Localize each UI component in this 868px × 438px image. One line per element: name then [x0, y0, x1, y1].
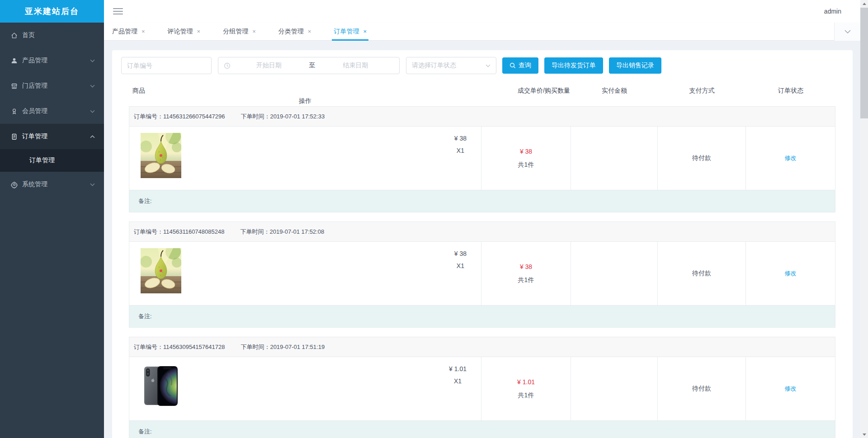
column-header-unit-price-qty: 成交单价/购买数量: [481, 87, 571, 95]
chevron-down-icon: [90, 109, 95, 114]
tab-item[interactable]: 分组管理 ×: [223, 23, 256, 41]
order-number: 订单编号：1145631266075447296: [134, 113, 225, 121]
sidebar-item-system[interactable]: 系统管理: [0, 172, 104, 197]
hamburger-icon[interactable]: [113, 7, 123, 15]
paid-amount-cell: ¥ 38 共1件: [481, 127, 571, 190]
tab-label: 订单管理: [334, 28, 359, 36]
unit-price-quantity: ¥ 38 X1: [454, 248, 467, 305]
sidebar-item-label: 订单管理: [22, 132, 90, 141]
piece-count: 共1件: [518, 161, 534, 169]
quantity: X1: [449, 377, 467, 385]
payment-method-cell: [571, 127, 658, 190]
tab-item[interactable]: 分类管理 ×: [278, 23, 311, 41]
content-area: 开始日期 至 结束日期 请选择订单状态 查询 导出待发货订单 导出销售记录: [104, 41, 860, 438]
product-cell: ¥ 1.01 X1: [129, 357, 481, 420]
order-number: 订单编号：1145630954157641728: [134, 343, 225, 351]
date-separator: 至: [307, 61, 317, 70]
product-cell: ¥ 38 X1: [129, 242, 481, 305]
order-group-header: 订单编号：1145630954157641728 下单时间：2019-07-01…: [129, 337, 835, 357]
order-status-select[interactable]: 请选择订单状态: [406, 57, 496, 74]
tab-close-icon[interactable]: ×: [363, 28, 367, 34]
paid-amount: ¥ 1.01: [517, 378, 535, 386]
modify-link[interactable]: 修改: [785, 385, 797, 393]
sidebar-item-members[interactable]: 会员管理: [0, 99, 104, 124]
sidebar: 亚米建站后台 首页 产品管理 门店管理 会员管理 订单管理: [0, 0, 104, 438]
order-remark-row: 备注:: [129, 190, 835, 212]
sidebar-item-stores[interactable]: 门店管理: [0, 73, 104, 99]
sidebar-item-label: 首页: [22, 31, 95, 39]
tab-item[interactable]: 评论管理 ×: [168, 23, 201, 41]
date-range-picker[interactable]: 开始日期 至 结束日期: [218, 57, 400, 74]
column-header-payment-method: 支付方式: [658, 87, 746, 95]
search-button[interactable]: 查询: [502, 57, 538, 74]
tabs-dropdown-button[interactable]: [834, 23, 860, 41]
sidebar-item-label: 门店管理: [22, 82, 90, 90]
filter-bar: 开始日期 至 结束日期 请选择订单状态 查询 导出待发货订单 导出销售记录: [112, 50, 853, 74]
status-badge: 待付款: [692, 154, 711, 162]
tab-item[interactable]: 订单管理 ×: [334, 23, 367, 41]
paid-amount: ¥ 38: [520, 263, 532, 270]
user-icon: [10, 57, 18, 65]
sidebar-item-orders[interactable]: 订单管理: [0, 124, 104, 149]
order-number: 订单编号：1145631160748085248: [134, 228, 224, 236]
piece-count: 共1件: [518, 276, 534, 284]
sidebar-item-home[interactable]: 首页: [0, 23, 104, 48]
order-time: 下单时间：2019-07-01 17:51:19: [241, 343, 325, 351]
action-cell: 修改: [746, 357, 835, 420]
status-badge: 待付款: [692, 269, 711, 278]
column-header-paid-amount: 实付金额: [571, 87, 658, 95]
sidebar-item-label: 产品管理: [22, 57, 90, 65]
action-cell: 修改: [746, 242, 835, 305]
column-header-actions: 操作: [129, 97, 481, 105]
scrollbar-down-arrow[interactable]: [860, 431, 868, 438]
tab-label: 分组管理: [223, 28, 248, 36]
unit-price: ¥ 1.01: [449, 365, 467, 372]
tab-close-icon[interactable]: ×: [252, 28, 256, 34]
home-icon: [10, 31, 18, 39]
date-start-placeholder: 开始日期: [231, 61, 307, 70]
page-scrollbar[interactable]: [860, 0, 868, 438]
modify-link[interactable]: 修改: [785, 154, 797, 162]
sidebar-item-products[interactable]: 产品管理: [0, 48, 104, 73]
order-time: 下单时间：2019-07-01 17:52:08: [240, 228, 324, 236]
order-group-header: 订单编号：1145631160748085248 下单时间：2019-07-01…: [129, 222, 835, 242]
order-status-cell: 待付款: [658, 127, 746, 190]
order-remark-row: 备注:: [129, 306, 835, 327]
export-sales-records-button[interactable]: 导出销售记录: [609, 57, 661, 74]
sidebar-subitem-orders[interactable]: 订单管理: [0, 149, 104, 172]
unit-price: ¥ 38: [454, 135, 467, 142]
tab-close-icon[interactable]: ×: [142, 28, 145, 34]
order-row: ¥ 1.01 X1 ¥ 1.01 共1件 待付款 修改: [129, 357, 835, 421]
orders-table: 商品 成交单价/购买数量 实付金额 支付方式 订单状态 操作 订单编号：1145…: [129, 85, 835, 438]
gear-icon: [10, 180, 18, 188]
product-image: [141, 133, 181, 178]
status-badge: 待付款: [692, 385, 711, 393]
order-no-input[interactable]: [121, 57, 212, 74]
sidebar-item-label: 会员管理: [22, 107, 90, 115]
tab-close-icon[interactable]: ×: [308, 28, 311, 34]
modify-link[interactable]: 修改: [785, 269, 797, 278]
current-user[interactable]: admin: [824, 8, 841, 15]
order-row: ¥ 38 X1 ¥ 38 共1件 待付款 修改: [129, 127, 835, 190]
pear-product-image: [141, 133, 181, 178]
piece-count: 共1件: [518, 391, 534, 400]
chevron-down-icon: [90, 84, 95, 89]
export-pending-orders-button[interactable]: 导出待发货订单: [544, 57, 603, 74]
store-icon: [10, 82, 18, 90]
quantity: X1: [454, 262, 467, 269]
tab-close-icon[interactable]: ×: [197, 28, 201, 34]
chevron-down-icon: [90, 182, 95, 187]
order-status-cell: 待付款: [658, 242, 746, 305]
remark-label: 备注:: [138, 312, 152, 320]
column-header-order-status: 订单状态: [746, 87, 835, 95]
sidebar-group-orders: 订单管理 订单管理: [0, 124, 104, 172]
tab-item[interactable]: 产品管理 ×: [112, 23, 145, 41]
order-row: ¥ 38 X1 ¥ 38 共1件 待付款 修改: [129, 242, 835, 306]
quantity: X1: [454, 147, 467, 154]
scrollbar-up-arrow[interactable]: [860, 0, 868, 7]
scrollbar-thumb[interactable]: [860, 8, 868, 118]
paid-amount: ¥ 38: [520, 148, 532, 155]
chevron-down-icon: [90, 58, 95, 63]
main-area: admin 产品管理 × 评论管理 × 分组管理 × 分类管理 × 订单管理 ×…: [104, 0, 860, 438]
order-status-cell: 待付款: [658, 357, 746, 420]
